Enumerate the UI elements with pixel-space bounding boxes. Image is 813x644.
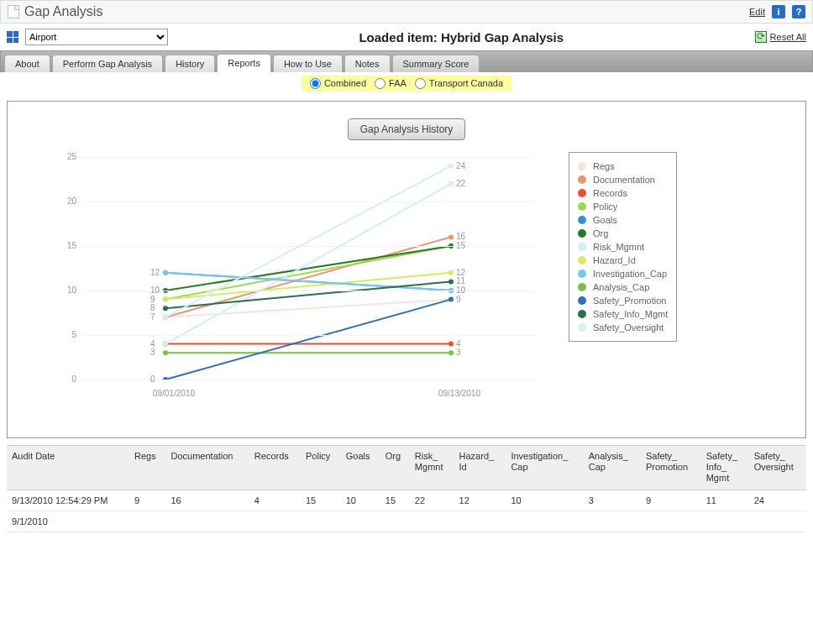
- table-cell: 12: [454, 490, 506, 510]
- chart-value-label: 9: [150, 295, 155, 304]
- legend-item[interactable]: Regs: [578, 160, 668, 173]
- legend-swatch: [578, 175, 586, 184]
- table-cell: 16: [166, 490, 249, 510]
- chart-point: [448, 164, 454, 169]
- table-cell: [701, 510, 749, 531]
- chart-value-label: 10: [150, 285, 160, 295]
- chart-value-label: 7: [150, 312, 155, 322]
- table-cell: 9: [129, 490, 166, 510]
- legend-item[interactable]: Records: [578, 186, 668, 200]
- legend-item[interactable]: Safety_Promotion: [578, 294, 668, 307]
- cell-audit-date: 9/13/2010 12:54:29 PM: [7, 490, 129, 510]
- reset-all-link[interactable]: Reset All: [770, 32, 806, 42]
- filter-bar: Combined FAA Transport Canada: [0, 72, 813, 94]
- tab-history[interactable]: History: [165, 55, 215, 72]
- table-column-header[interactable]: Goals: [341, 446, 380, 490]
- table-cell: 3: [584, 490, 641, 510]
- legend-label: Analysis_Cap: [593, 282, 649, 292]
- table-column-header[interactable]: Audit Date: [7, 446, 129, 490]
- document-icon: [8, 5, 19, 18]
- chart-value-label: 12: [456, 268, 465, 277]
- history-table: Audit DateRegsDocumentationRecordsPolicy…: [7, 445, 806, 532]
- legend-item[interactable]: Safety_Oversight: [578, 321, 668, 334]
- table-column-header[interactable]: Policy: [301, 446, 341, 490]
- info-icon[interactable]: i: [772, 5, 785, 18]
- header-right: Edit i ?: [749, 5, 805, 18]
- table-column-header[interactable]: Documentation: [166, 446, 249, 490]
- legend-item[interactable]: Goals: [578, 213, 668, 227]
- tab-how-to-use[interactable]: How to Use: [273, 55, 343, 72]
- tab-perform-gap-analysis[interactable]: Perform Gap Analysis: [52, 55, 163, 72]
- chart-series-line: [165, 184, 451, 344]
- legend-item[interactable]: Org: [578, 227, 668, 240]
- legend-item[interactable]: Documentation: [578, 173, 668, 186]
- y-axis-tick: 20: [56, 196, 76, 206]
- filter-option-faa[interactable]: FAA: [375, 78, 406, 89]
- chart-title-button[interactable]: Gap Analysis History: [348, 118, 466, 140]
- tab-about[interactable]: About: [4, 55, 50, 72]
- y-axis-tick: 10: [56, 285, 76, 295]
- radio-faa[interactable]: [375, 78, 386, 89]
- filter-label-combined: Combined: [324, 78, 366, 88]
- table-cell: 24: [749, 490, 806, 510]
- scope-dropdown[interactable]: Airport: [25, 29, 168, 45]
- table-cell: [641, 510, 701, 531]
- radio-combined[interactable]: [310, 78, 321, 89]
- legend-item[interactable]: Hazard_Id: [578, 254, 668, 267]
- legend-label: Documentation: [593, 175, 655, 185]
- tab-reports[interactable]: Reports: [217, 54, 271, 72]
- table-cell: [454, 510, 506, 531]
- table-column-header[interactable]: Records: [249, 446, 301, 490]
- legend-swatch: [578, 216, 586, 224]
- filter-option-combined[interactable]: Combined: [310, 78, 366, 89]
- table-cell: [749, 510, 806, 531]
- legend-swatch: [578, 243, 586, 251]
- table-body: 9/13/2010 12:54:29 PM9164151015221210391…: [7, 490, 806, 531]
- table-column-header[interactable]: Regs: [129, 446, 166, 490]
- chart-gridline: [81, 380, 535, 380]
- filter-options: Combined FAA Transport Canada: [302, 76, 511, 92]
- x-axis-tick: 09/01/2010: [140, 389, 207, 398]
- radio-transport-canada[interactable]: [415, 78, 426, 89]
- chart-value-label: 3: [150, 348, 155, 357]
- edit-link[interactable]: Edit: [749, 7, 765, 17]
- table-column-header[interactable]: Investigation_Cap: [506, 446, 583, 490]
- legend-item[interactable]: Policy: [578, 200, 668, 213]
- chart-point: [448, 350, 454, 355]
- legend-item[interactable]: Analysis_Cap: [578, 280, 668, 294]
- page-title: Gap Analysis: [24, 4, 102, 19]
- table-cell: [506, 510, 583, 531]
- table-cell: 11: [701, 490, 749, 510]
- chart-gridline: [81, 202, 535, 202]
- chart-point: [448, 342, 454, 347]
- table-column-header[interactable]: Org: [380, 446, 410, 490]
- legend-item[interactable]: Investigation_Cap: [578, 267, 668, 280]
- chart-gridline: [81, 157, 535, 158]
- legend-item[interactable]: Risk_Mgmnt: [578, 240, 668, 254]
- table-column-header[interactable]: Safety_Info_Mgmt: [701, 446, 749, 490]
- tab-summary-score[interactable]: Summary Score: [392, 55, 480, 72]
- chart-series-line: [165, 300, 451, 380]
- chart-series-line: [165, 300, 451, 317]
- legend-swatch: [578, 283, 586, 291]
- table-row: 9/1/2010: [7, 510, 806, 531]
- table-column-header[interactable]: Risk_Mgmnt: [410, 446, 454, 490]
- legend-label: Investigation_Cap: [593, 269, 667, 279]
- table-header-row: Audit DateRegsDocumentationRecordsPolicy…: [7, 446, 806, 490]
- app-grid-icon[interactable]: [7, 31, 18, 43]
- table-column-header[interactable]: Hazard_Id: [454, 446, 506, 490]
- table-cell: 10: [341, 490, 380, 510]
- table-column-header[interactable]: Analysis_Cap: [584, 446, 641, 490]
- table-column-header[interactable]: Safety_Oversight: [749, 446, 806, 490]
- tab-notes[interactable]: Notes: [344, 55, 391, 72]
- table-column-header[interactable]: Safety_Promotion: [641, 446, 701, 490]
- chart-point: [163, 306, 168, 311]
- chart-value-label: 4: [150, 339, 155, 348]
- legend-swatch: [578, 323, 586, 332]
- filter-option-transport-canada[interactable]: Transport Canada: [415, 78, 503, 89]
- legend-item[interactable]: Safety_Info_Mgmt: [578, 307, 668, 321]
- y-axis-tick: 0: [56, 374, 76, 384]
- table-cell: [301, 510, 341, 531]
- help-icon[interactable]: ?: [792, 5, 805, 18]
- table-cell: [249, 510, 301, 531]
